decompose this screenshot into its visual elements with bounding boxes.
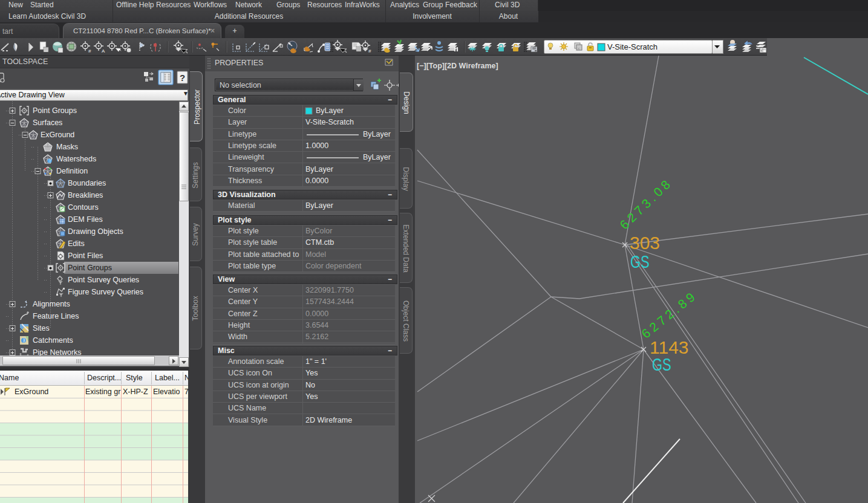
svg-text:Catchments: Catchments [33,336,73,345]
svg-text:Breaklines: Breaklines [68,191,103,200]
svg-text:#: # [368,48,371,54]
svg-text:#: # [88,48,91,54]
svg-text:?: ? [180,73,185,83]
svg-text:Point Groups: Point Groups [68,264,112,272]
svg-text:Sites: Sites [33,324,50,333]
svg-text:Masks: Masks [56,143,78,151]
svg-text:Definition: Definition [56,167,88,175]
svg-text:Figure Survey Queries: Figure Survey Queries [68,288,143,296]
svg-text:Point Files: Point Files [68,252,103,260]
svg-text:Point Survey Queries: Point Survey Queries [68,276,139,284]
svg-text:Boundaries: Boundaries [68,179,106,187]
svg-text:Alignments: Alignments [33,300,70,308]
svg-text:Contours: Contours [68,203,99,212]
svg-text:A: A [102,48,105,54]
svg-text:DEM Files: DEM Files [68,215,103,224]
svg-text:Point Groups: Point Groups [33,106,77,115]
svg-text:Feature Lines: Feature Lines [33,312,79,320]
svg-text:Drawing Objects: Drawing Objects [68,227,123,236]
svg-text:Edits: Edits [68,239,85,248]
svg-text:Surfaces: Surfaces [33,118,62,127]
svg-text:Watersheds: Watersheds [56,155,96,163]
svg-text:ExGround: ExGround [41,131,74,139]
